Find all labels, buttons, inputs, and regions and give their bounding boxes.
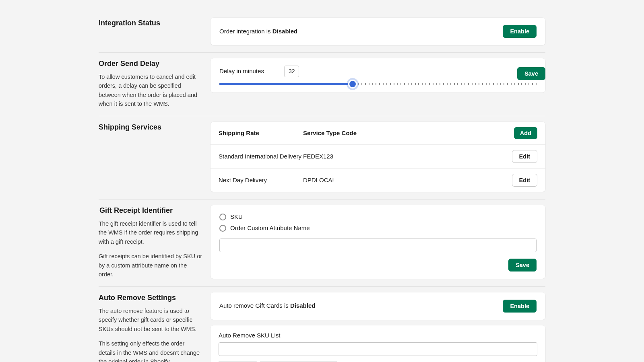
order-send-delay-card: Delay in minutes 32 Save	[211, 58, 545, 93]
gift-receipt-radio-sku[interactable]: SKU	[219, 212, 537, 222]
shipping-rate-cell: Next Day Delivery	[219, 176, 303, 185]
integration-status-state: Disabled	[272, 28, 298, 35]
order-send-delay-description: To allow customers to cancel and edit or…	[99, 72, 202, 109]
edit-shipping-button[interactable]: Edit	[512, 174, 537, 187]
delay-slider[interactable]	[219, 83, 537, 85]
shipping-row: Next Day Delivery DPDLOCAL Edit	[211, 169, 545, 192]
gift-receipt-desc-1: The gift receipt identifier is used to t…	[99, 219, 202, 246]
shipping-rate-cell: Standard International Delivery	[219, 152, 303, 161]
gift-receipt-title: Gift Receipt Identifier	[99, 205, 202, 216]
shipping-services-card: Shipping Rate Service Type Code Add Stan…	[211, 122, 545, 192]
gift-receipt-card: SKU Order Custom Attribute Name Save	[211, 205, 545, 279]
shipping-row: Standard International Delivery FEDEX123…	[211, 145, 545, 169]
auto-remove-sku-label: Auto Remove SKU List	[219, 331, 537, 340]
delay-value: 32	[284, 66, 299, 77]
delay-slider-thumb[interactable]	[348, 80, 357, 88]
gift-receipt-radio-label: SKU	[230, 212, 243, 222]
auto-remove-desc-1: The auto remove feature is used to speci…	[99, 306, 202, 333]
add-shipping-button[interactable]: Add	[514, 127, 537, 139]
gift-receipt-input[interactable]	[219, 239, 537, 252]
integration-status-text: Order integration is Disabled	[219, 27, 297, 36]
shipping-col-code: Service Type Code	[303, 129, 514, 138]
gift-receipt-save-button[interactable]: Save	[508, 259, 537, 272]
auto-remove-desc-2: This setting only effects the order deta…	[99, 339, 202, 362]
auto-remove-sku-card: Auto Remove SKU List ABC123 SKUADEF-2132…	[211, 325, 545, 362]
integration-status-prefix: Order integration is	[219, 28, 272, 35]
auto-remove-sku-input[interactable]	[219, 342, 537, 356]
delay-label: Delay in minutes	[219, 67, 264, 76]
edit-shipping-button[interactable]: Edit	[512, 150, 537, 163]
integration-status-title: Integration Status	[99, 18, 202, 29]
auto-remove-status-card: Auto remove Gift Cards is Disabled Enabl…	[211, 292, 545, 320]
shipping-code-cell: DPDLOCAL	[303, 176, 512, 185]
radio-icon	[219, 214, 226, 220]
auto-remove-status-prefix: Auto remove Gift Cards is	[219, 302, 290, 309]
shipping-code-cell: FEDEX123	[303, 152, 512, 161]
order-send-delay-title: Order Send Delay	[99, 58, 202, 69]
shipping-services-title: Shipping Services	[99, 122, 202, 133]
shipping-table-head: Shipping Rate Service Type Code Add	[211, 122, 545, 145]
gift-receipt-radio-label: Order Custom Attribute Name	[230, 224, 310, 233]
integration-status-card: Order integration is Disabled Enable	[211, 18, 545, 45]
auto-remove-title: Auto Remove Settings	[99, 292, 202, 303]
save-delay-button[interactable]: Save	[517, 67, 545, 80]
radio-icon	[219, 225, 226, 232]
enable-auto-remove-button[interactable]: Enable	[503, 300, 537, 313]
enable-integration-button[interactable]: Enable	[503, 25, 537, 38]
shipping-col-rate: Shipping Rate	[219, 129, 303, 138]
gift-receipt-radio-attr[interactable]: Order Custom Attribute Name	[219, 224, 537, 233]
gift-receipt-desc-2: Gift receipts can be identified by SKU o…	[99, 252, 202, 279]
auto-remove-status-state: Disabled	[290, 302, 316, 309]
auto-remove-status-text: Auto remove Gift Cards is Disabled	[219, 301, 315, 311]
